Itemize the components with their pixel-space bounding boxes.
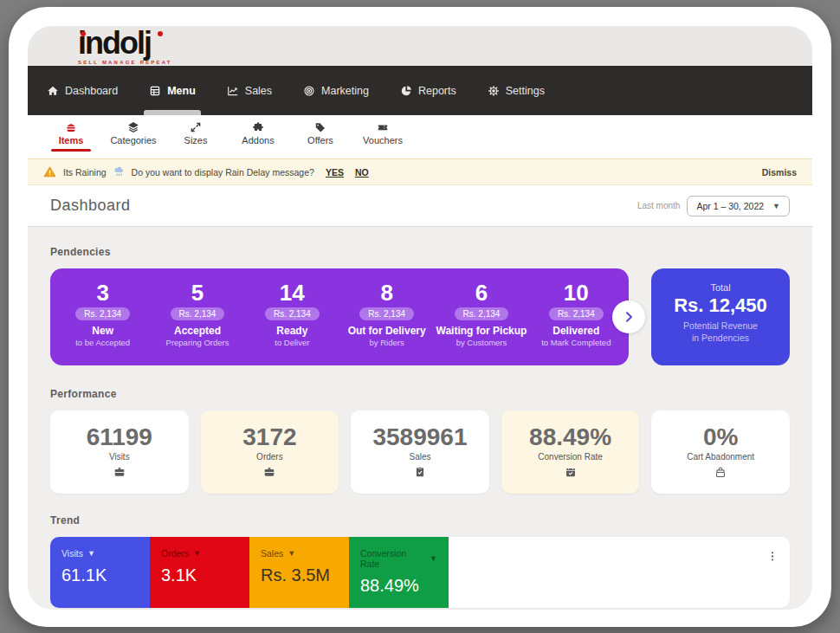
pendency-amount-badge: Rs. 2,134 [359,307,414,320]
chevron-down-icon[interactable]: ▼ [288,549,295,558]
tab-sizes[interactable]: Sizes [165,121,227,145]
perf-label: Sales [351,452,489,462]
menu-subnav: Items Categories Sizes Addons Offers [28,115,812,158]
trend-tile-value: 3.1K [161,565,238,585]
banner-text-before: Its Raining [63,167,107,178]
perf-value: 3172 [201,424,339,450]
perf-label: Orders [201,452,339,462]
perf-card-visits[interactable]: 61199 Visits [50,410,189,494]
kebab-menu-icon [767,551,778,563]
nav-label: Marketing [321,85,369,97]
performance-row: 61199 Visits 3172 Orders 3589961 Sales 8… [50,410,790,494]
trend-menu-button[interactable] [755,537,790,608]
main-nav: Dashboard Menu Sales Marketing Reports S… [28,66,812,115]
tab-label: Addons [227,135,289,145]
pendency-waiting-pickup[interactable]: 6 Rs. 2,134 Waiting for Pickup by Custom… [434,281,528,357]
pendency-label: Ready [245,325,339,337]
logo-dot-i [81,31,86,36]
date-range-select[interactable]: Apr 1 – 30, 2022 ▼ [687,196,790,216]
ticket-icon [377,121,389,133]
gear-icon [488,85,500,97]
pendency-sublabel: by Riders [339,338,434,347]
trend-tile-label: Visits [61,548,83,559]
perf-card-sales[interactable]: 3589961 Sales [351,410,489,494]
total-sub-line1: Potential Revenue [651,320,790,332]
nav-item-settings[interactable]: Settings [488,85,545,97]
banner-dismiss-link[interactable]: Dismiss [762,167,797,178]
menu-grid-icon [149,85,161,97]
trend-tile-label: Sales [261,548,283,559]
banner-yes-link[interactable]: YES [326,167,344,178]
warning-triangle-icon [43,165,56,178]
tab-vouchers[interactable]: Vouchers [352,121,414,145]
trend-tile-sales[interactable]: Sales▼ Rs. 3.5M [249,537,349,608]
chevron-right-icon [622,310,636,324]
pendency-count: 10 [529,281,624,305]
pendency-out-for-delivery[interactable]: 8 Rs. 2,134 Out for Delivery by Riders [339,281,434,357]
pendency-count: 8 [339,281,434,305]
trend-tile-label: Orders [161,548,189,559]
tab-addons[interactable]: Addons [227,121,289,145]
puzzle-icon [252,121,264,133]
perf-card-cart-abandonment[interactable]: 0% Cart Abadonment [651,410,790,494]
tab-label: Vouchers [352,135,414,145]
nav-item-dashboard[interactable]: Dashboard [47,85,118,97]
trend-tile-orders[interactable]: Orders▼ 3.1K [150,537,249,608]
rain-delay-banner: Its Raining Do you want to display Rain … [28,158,812,185]
trend-tile-value: 61.1K [61,565,139,585]
trend-tile-conversion-rate[interactable]: Conversion Rate▼ 88.49% [349,537,449,608]
pendency-sublabel: to be Accepted [55,338,150,347]
pendency-count: 6 [434,281,528,305]
target-icon [303,85,315,97]
pendency-delivered[interactable]: 10 Rs. 2,134 Delivered to Mark Completed [529,281,624,357]
pendency-sublabel: to Deliver [245,338,339,347]
nav-label: Dashboard [65,85,118,97]
app-frame: indolj SELL MANAGE REPEAT Dashboard Menu… [28,26,812,610]
bag-icon [714,466,727,478]
perf-value: 0% [651,424,790,450]
perf-value: 88.49% [501,424,640,450]
trend-tile-visits[interactable]: Visits▼ 61.1K [50,537,150,608]
nav-label: Settings [506,85,545,97]
banner-no-link[interactable]: NO [355,167,369,178]
trend-tile-label: Conversion Rate [360,548,425,569]
nav-label: Reports [418,85,456,97]
tab-offers[interactable]: Offers [289,121,352,145]
tab-active-underline [51,149,91,152]
tab-categories[interactable]: Categories [102,121,165,145]
chevron-down-icon[interactable]: ▼ [430,554,437,563]
date-range-value: Apr 1 – 30, 2022 [696,201,764,211]
nav-label: Menu [167,85,196,97]
chevron-down-icon[interactable]: ▼ [87,549,95,558]
pendency-count: 3 [55,281,150,305]
perf-label: Conversion Rate [501,452,640,462]
pendency-amount-badge: Rs. 2,134 [171,307,225,320]
nav-item-sales[interactable]: Sales [227,85,272,97]
dashboard-content: Pendencies 3 Rs. 2,134 New to be Accepte… [28,226,812,610]
pendency-label: New [55,325,150,337]
pendencies-next-button[interactable] [612,300,645,333]
perf-card-conversion-rate[interactable]: 88.49% Conversion Rate [501,410,640,494]
perf-value: 61199 [50,424,189,450]
resize-icon [190,121,202,133]
tag-icon [314,121,326,133]
tab-items[interactable]: Items [40,121,102,152]
nav-item-menu[interactable]: Menu [149,85,196,97]
chevron-down-icon: ▼ [772,202,780,210]
pendencies-row: 3 Rs. 2,134 New to be Accepted 5 Rs. 2,1… [50,268,790,365]
chevron-down-icon[interactable]: ▼ [193,549,201,558]
pendency-new[interactable]: 3 Rs. 2,134 New to be Accepted [55,281,150,357]
perf-card-orders[interactable]: 3172 Orders [201,410,339,494]
pendency-accepted[interactable]: 5 Rs. 2,134 Accepted Preparing Orders [150,281,244,357]
nav-label: Sales [245,85,272,97]
pendency-amount-badge: Rs. 2,134 [455,307,509,320]
briefcase-icon [113,466,126,478]
nav-item-marketing[interactable]: Marketing [303,85,369,97]
page-title: Dashboard [50,197,131,215]
banner-text-after: Do you want to display Rain Delay messag… [132,167,314,178]
pendency-ready[interactable]: 14 Rs. 2,134 Ready to Deliver [245,281,339,357]
app-window: indolj SELL MANAGE REPEAT Dashboard Menu… [9,7,831,627]
nav-active-indicator [144,110,201,115]
pendency-sublabel: by Customers [434,338,528,347]
nav-item-reports[interactable]: Reports [400,85,456,97]
